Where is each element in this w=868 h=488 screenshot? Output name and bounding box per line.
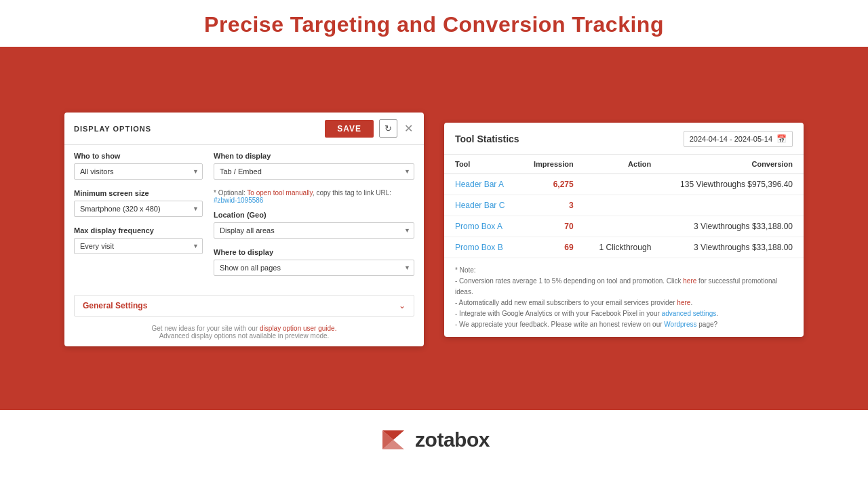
where-to-display-select[interactable]: Show on all pages bbox=[214, 260, 414, 276]
impression-value: 3 bbox=[519, 195, 585, 216]
date-range[interactable]: 2024-04-14 - 2024-05-14 📅 bbox=[684, 131, 793, 147]
min-screen-select[interactable]: Smartphone (320 x 480) bbox=[74, 201, 203, 217]
col-action: Action bbox=[585, 155, 663, 174]
action-value bbox=[585, 174, 663, 195]
left-column: Who to show All visitors ▼ Minimum scree… bbox=[74, 152, 203, 285]
conversion-value: 3 Viewthroughs $33,188.00 bbox=[662, 237, 804, 258]
table-header-row: Tool Impression Action Conversion bbox=[444, 155, 804, 174]
note-line-4: - We appreciate your feedback. Please wr… bbox=[455, 319, 793, 330]
optional-note: * Optional: To open tool manually, copy … bbox=[214, 189, 414, 204]
table-row: Header Bar A 6,275 135 Viewthroughs $975… bbox=[444, 174, 804, 195]
tool-statistics-panel: Tool Statistics 2024-04-14 - 2024-05-14 … bbox=[444, 123, 804, 337]
when-to-display-label: When to display bbox=[214, 152, 414, 160]
impression-value: 6,275 bbox=[519, 174, 585, 195]
main-content: DISPLAY OPTIONS SAVE ↻ ✕ Who to show All… bbox=[0, 49, 868, 410]
who-to-show-label: Who to show bbox=[74, 152, 203, 160]
note-line-1: - Conversion rates average 1 to 5% depen… bbox=[455, 276, 793, 298]
page-footer: zotabox bbox=[0, 410, 868, 469]
general-settings-bar[interactable]: General Settings ⌄ bbox=[74, 295, 414, 317]
tool-name[interactable]: Header Bar A bbox=[444, 174, 519, 195]
display-options-panel: DISPLAY OPTIONS SAVE ↻ ✕ Who to show All… bbox=[64, 113, 424, 346]
max-frequency-field: Max display frequency Every visit ▼ bbox=[74, 226, 203, 254]
where-to-display-field: Where to display Show on all pages ▼ bbox=[214, 248, 414, 276]
note-line-2: - Automatically add new email subscriber… bbox=[455, 298, 793, 308]
when-to-display-select[interactable]: Tab / Embed bbox=[214, 163, 414, 180]
wordpress-link[interactable]: Wordpress bbox=[664, 321, 696, 328]
where-to-display-select-wrap: Show on all pages ▼ bbox=[214, 260, 414, 276]
display-panel-body: Who to show All visitors ▼ Minimum scree… bbox=[64, 145, 424, 292]
table-row: Promo Box A 70 3 Viewthroughs $33,188.00 bbox=[444, 216, 804, 237]
advanced-settings-link[interactable]: advanced settings bbox=[662, 310, 717, 317]
max-frequency-select[interactable]: Every visit bbox=[74, 238, 203, 254]
col-tool: Tool bbox=[444, 155, 519, 174]
who-to-show-select-wrap: All visitors ▼ bbox=[74, 163, 203, 180]
display-panel-header: DISPLAY OPTIONS SAVE ↻ ✕ bbox=[64, 113, 424, 145]
col-impression: Impression bbox=[519, 155, 585, 174]
refresh-button[interactable]: ↻ bbox=[379, 119, 397, 138]
display-panel-title: DISPLAY OPTIONS bbox=[74, 125, 319, 133]
tag-link[interactable]: #zbwid-1095586 bbox=[214, 197, 263, 204]
zotabox-logo-icon bbox=[378, 425, 408, 455]
here-link-1[interactable]: here bbox=[683, 277, 696, 285]
open-tool-link[interactable]: To open tool manually bbox=[247, 189, 313, 197]
logo: zotabox bbox=[378, 425, 490, 455]
where-to-display-label: Where to display bbox=[214, 248, 414, 256]
right-column: When to display Tab / Embed ▼ * Optional… bbox=[214, 152, 414, 285]
action-value bbox=[585, 195, 663, 216]
date-range-value: 2024-04-14 - 2024-05-14 bbox=[690, 135, 772, 143]
location-geo-field: Location (Geo) Display all areas ▼ bbox=[214, 211, 414, 239]
note-line-0: * Note: bbox=[455, 265, 793, 276]
general-settings-label: General Settings bbox=[83, 301, 147, 310]
tool-name[interactable]: Header Bar C bbox=[444, 195, 519, 216]
stats-title: Tool Statistics bbox=[455, 134, 684, 144]
footer-line1: Get new ideas for your site with our dis… bbox=[74, 325, 414, 332]
who-to-show-select[interactable]: All visitors bbox=[74, 163, 203, 180]
action-value: 1 Clickthrough bbox=[585, 237, 663, 258]
impression-value: 69 bbox=[519, 237, 585, 258]
close-button[interactable]: ✕ bbox=[403, 122, 414, 135]
table-row: Header Bar C 3 bbox=[444, 195, 804, 216]
when-to-display-field: When to display Tab / Embed ▼ bbox=[214, 152, 414, 180]
max-frequency-label: Max display frequency bbox=[74, 226, 203, 235]
logo-text: zotabox bbox=[415, 428, 490, 451]
page-header: Precise Targeting and Conversion Trackin… bbox=[0, 0, 868, 49]
page-title: Precise Targeting and Conversion Trackin… bbox=[0, 12, 868, 37]
location-geo-label: Location (Geo) bbox=[214, 211, 414, 219]
max-frequency-select-wrap: Every visit ▼ bbox=[74, 238, 203, 254]
tool-name[interactable]: Promo Box A bbox=[444, 216, 519, 237]
note-line-3: - Integrate with Google Analytics or wit… bbox=[455, 308, 793, 319]
action-value bbox=[585, 216, 663, 237]
when-to-display-select-wrap: Tab / Embed ▼ bbox=[214, 163, 414, 180]
panel-footer: Get new ideas for your site with our dis… bbox=[64, 317, 424, 346]
user-guide-link[interactable]: display option user guide. bbox=[260, 325, 336, 332]
tool-name[interactable]: Promo Box B bbox=[444, 237, 519, 258]
table-row: Promo Box B 69 1 Clickthrough 3 Viewthro… bbox=[444, 237, 804, 258]
stats-header: Tool Statistics 2024-04-14 - 2024-05-14 … bbox=[444, 123, 804, 155]
impression-value: 70 bbox=[519, 216, 585, 237]
conversion-value: 3 Viewthroughs $33,188.00 bbox=[662, 216, 804, 237]
location-geo-select-wrap: Display all areas ▼ bbox=[214, 222, 414, 239]
footer-line2: Advanced display options not available i… bbox=[74, 332, 414, 340]
location-geo-select[interactable]: Display all areas bbox=[214, 222, 414, 239]
chevron-down-icon: ⌄ bbox=[399, 301, 406, 310]
calendar-icon: 📅 bbox=[776, 134, 787, 144]
stats-table: Tool Impression Action Conversion Header… bbox=[444, 155, 804, 258]
min-screen-field: Minimum screen size Smartphone (320 x 48… bbox=[74, 189, 203, 217]
min-screen-select-wrap: Smartphone (320 x 480) ▼ bbox=[74, 201, 203, 217]
stats-note: * Note: - Conversion rates average 1 to … bbox=[444, 258, 804, 337]
here-link-2[interactable]: here bbox=[677, 299, 690, 306]
min-screen-label: Minimum screen size bbox=[74, 189, 203, 197]
save-button[interactable]: SAVE bbox=[325, 120, 374, 138]
conversion-value: 135 Viewthroughs $975,396.40 bbox=[662, 174, 804, 195]
conversion-value bbox=[662, 195, 804, 216]
col-conversion: Conversion bbox=[662, 155, 804, 174]
who-to-show-field: Who to show All visitors ▼ bbox=[74, 152, 203, 180]
